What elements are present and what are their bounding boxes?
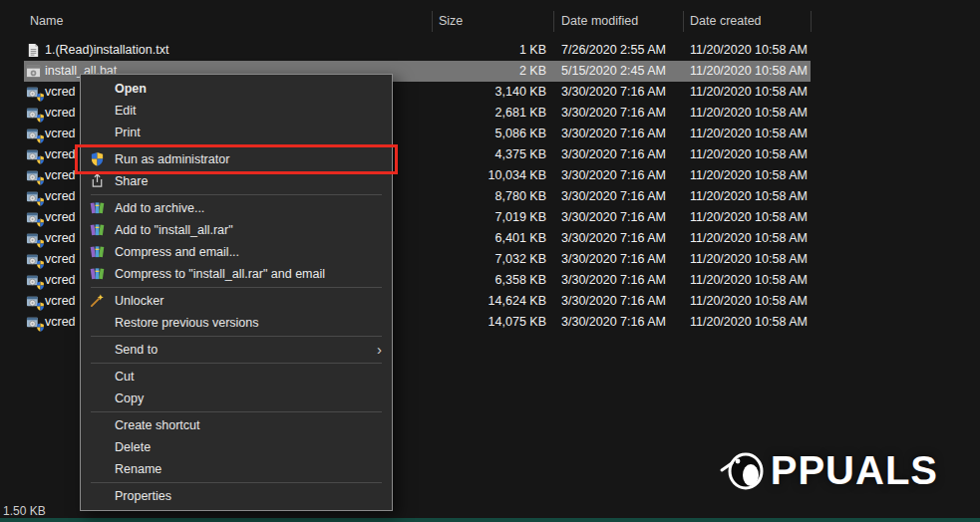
file-name: vcred <box>45 252 76 266</box>
installer-icon <box>26 85 41 100</box>
menu-item-open[interactable]: Open <box>81 78 392 100</box>
menu-item-add-to-install-all-rar[interactable]: Add to "install_all.rar" <box>81 219 392 241</box>
file-size: 8,780 KB <box>419 189 546 203</box>
column-separator[interactable] <box>432 11 433 32</box>
column-separator[interactable] <box>811 11 812 32</box>
file-date-modified: 3/30/2020 7:16 AM <box>561 127 666 140</box>
menu-item-label: Send to <box>115 343 158 357</box>
file-name: vcred <box>45 273 76 287</box>
column-header-size[interactable]: Size <box>439 14 463 28</box>
status-bar-text: 1.50 KB <box>3 504 46 518</box>
file-date-created: 11/20/2020 10:58 AM <box>690 147 808 161</box>
file-date-created: 11/20/2020 10:58 AM <box>690 64 808 78</box>
file-name: 1.(Read)installation.txt <box>45 43 168 57</box>
menu-item-label: Cut <box>115 370 134 384</box>
menu-item-properties[interactable]: Properties <box>81 485 392 507</box>
winrar-icon <box>90 200 106 216</box>
file-date-modified: 3/30/2020 7:16 AM <box>561 273 666 287</box>
menu-separator <box>91 145 382 146</box>
installer-icon <box>26 189 41 204</box>
menu-item-delete[interactable]: Delete <box>81 436 392 458</box>
batch-file-icon <box>26 64 41 79</box>
uac-shield-overlay-icon <box>36 197 45 206</box>
uac-shield-overlay-icon <box>36 260 45 269</box>
menu-item-create-shortcut[interactable]: Create shortcut <box>81 414 392 436</box>
menu-item-rename[interactable]: Rename <box>81 458 392 480</box>
menu-item-label: Properties <box>115 489 171 503</box>
menu-item-label: Delete <box>115 440 151 454</box>
file-date-created: 11/20/2020 10:58 AM <box>690 273 808 287</box>
file-name: vcred <box>45 168 76 182</box>
appuals-mascot-icon <box>719 446 767 494</box>
no-icon <box>90 461 106 477</box>
menu-separator <box>91 194 382 195</box>
wand-icon <box>90 293 106 309</box>
menu-separator <box>91 287 382 288</box>
installer-icon <box>26 231 41 246</box>
file-name: vcred <box>45 189 76 203</box>
file-date-modified: 3/30/2020 7:16 AM <box>561 252 666 266</box>
text-file-icon <box>26 43 41 58</box>
file-size: 5,086 KB <box>419 127 546 140</box>
menu-item-unlocker[interactable]: Unlocker <box>81 290 392 312</box>
menu-item-add-to-archive[interactable]: Add to archive... <box>81 197 392 219</box>
file-date-modified: 3/30/2020 7:16 AM <box>561 189 666 203</box>
installer-icon <box>26 252 41 267</box>
no-icon <box>90 103 106 119</box>
file-size: 3,140 KB <box>419 85 546 99</box>
no-icon <box>90 342 106 358</box>
menu-item-restore-previous-versions[interactable]: Restore previous versions <box>81 312 392 334</box>
file-date-created: 11/20/2020 10:58 AM <box>690 168 808 182</box>
menu-item-label: Unlocker <box>115 294 163 308</box>
menu-item-send-to[interactable]: Send to› <box>81 339 392 361</box>
no-icon <box>90 391 106 406</box>
file-date-modified: 3/30/2020 7:16 AM <box>561 294 666 308</box>
menu-item-copy[interactable]: Copy <box>81 388 392 409</box>
no-icon <box>90 369 106 385</box>
column-separator[interactable] <box>683 11 684 32</box>
file-date-created: 11/20/2020 10:58 AM <box>690 294 808 308</box>
column-header-date-created[interactable]: Date created <box>690 14 762 28</box>
file-name: vcred <box>45 147 76 161</box>
file-date-created: 11/20/2020 10:58 AM <box>690 85 808 99</box>
file-date-created: 11/20/2020 10:58 AM <box>690 210 808 224</box>
column-header-row: Name Size Date modified Date created <box>0 8 980 34</box>
file-date-modified: 5/15/2020 2:45 AM <box>561 64 666 78</box>
installer-icon <box>26 147 41 162</box>
column-separator[interactable] <box>553 11 554 32</box>
column-header-date-modified[interactable]: Date modified <box>561 14 638 28</box>
menu-item-run-as-administrator[interactable]: Run as administrator <box>81 148 392 170</box>
menu-item-print[interactable]: Print <box>81 122 392 143</box>
installer-icon <box>26 273 41 288</box>
installer-icon <box>26 168 41 183</box>
file-name: vcred <box>45 315 76 329</box>
file-date-created: 11/20/2020 10:58 AM <box>690 252 808 266</box>
menu-item-label: Copy <box>115 392 144 405</box>
uac-shield-overlay-icon <box>36 281 45 290</box>
menu-separator <box>91 411 382 412</box>
file-size: 14,075 KB <box>419 315 546 329</box>
menu-item-label: Share <box>115 174 148 188</box>
no-icon <box>90 439 106 455</box>
uac-shield-overlay-icon <box>36 302 45 311</box>
menu-item-label: Create shortcut <box>115 418 199 432</box>
file-size: 6,401 KB <box>419 231 546 245</box>
column-header-name[interactable]: Name <box>30 14 63 28</box>
menu-item-share[interactable]: Share <box>81 170 392 192</box>
uac-shield-overlay-icon <box>36 93 45 102</box>
menu-item-cut[interactable]: Cut <box>81 366 392 388</box>
file-size: 2 KB <box>419 64 546 78</box>
uac-shield-icon <box>90 151 106 167</box>
file-date-created: 11/20/2020 10:58 AM <box>690 315 808 329</box>
menu-item-edit[interactable]: Edit <box>81 100 392 122</box>
file-name: vcred <box>45 106 76 120</box>
file-date-modified: 3/30/2020 7:16 AM <box>561 168 666 182</box>
menu-item-compress-and-email[interactable]: Compress and email... <box>81 241 392 263</box>
menu-item-compress-to-install-all-rar-and-email[interactable]: Compress to "install_all.rar" and email <box>81 263 392 285</box>
no-icon <box>90 125 106 140</box>
menu-item-label: Print <box>115 126 141 139</box>
file-row-1-read-installation-txt[interactable]: 1.(Read)installation.txt1 KB7/26/2020 2:… <box>0 40 980 61</box>
file-name: vcred <box>45 85 76 99</box>
winrar-icon <box>90 222 106 238</box>
uac-shield-overlay-icon <box>36 239 45 248</box>
